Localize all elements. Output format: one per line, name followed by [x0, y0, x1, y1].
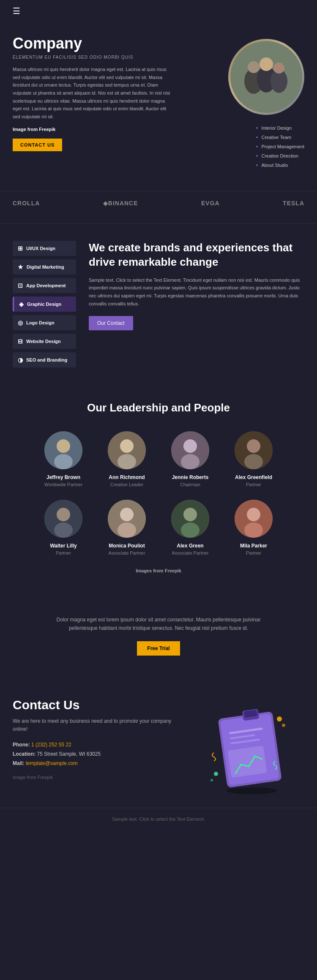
contact-location: Location: 75 Street Sample, WI 63025	[13, 751, 183, 757]
contact-phone: Phone: 1 (232) 252 55 22	[13, 742, 183, 748]
brand-logo: TESLA	[283, 200, 304, 207]
member-name: Monica Pouliot	[109, 543, 145, 549]
service-icon: ◈	[19, 301, 24, 308]
member-avatar	[44, 500, 82, 538]
svg-point-15	[183, 439, 197, 453]
hero-list-item: About Studio	[256, 161, 304, 170]
svg-point-31	[244, 523, 263, 538]
member-name: Alex Green	[177, 543, 203, 549]
services-menu: ⊞UI/UX Design★Digital Marketing⊡App Deve…	[13, 241, 76, 368]
contact-illustration	[191, 698, 304, 795]
service-menu-button[interactable]: ⊞UI/UX Design	[13, 241, 76, 256]
service-label: Digital Marketing	[27, 264, 64, 270]
brand-logo: ◆BINANCE	[103, 200, 138, 207]
service-icon: ◑	[18, 357, 23, 363]
hero-list-item: Creative Direction	[256, 151, 304, 161]
svg-point-10	[54, 454, 73, 469]
team-member: Alex Green Associate Partner	[163, 500, 218, 555]
svg-point-9	[57, 439, 70, 453]
free-trial-button[interactable]: Free Trial	[137, 641, 180, 656]
team-member: Ann Richmond Creative Leader	[99, 431, 154, 487]
member-name: Ann Richmond	[109, 474, 145, 480]
hero-list-item: Project Management	[256, 142, 304, 151]
member-role: Partner	[246, 482, 261, 487]
leadership-section: Our Leadership and People Jeffrey Brown …	[0, 384, 317, 590]
service-menu-button[interactable]: ◎Logo Design	[13, 315, 76, 330]
contact-title: Contact Us	[13, 698, 183, 712]
member-name: Jeffrey Brown	[46, 474, 80, 480]
member-name: Alex Greenfield	[235, 474, 272, 480]
team-member: Jeffrey Brown Worldwide Partner	[36, 431, 91, 487]
team-member: Alex Greenfield Partner	[226, 431, 281, 487]
svg-point-16	[181, 454, 199, 469]
svg-point-22	[54, 523, 73, 538]
hero-list-item: Creative Team	[256, 133, 304, 142]
service-menu-button[interactable]: ★Digital Marketing	[13, 259, 76, 275]
brands-section: CROLLA◆BINANCEEVGATESLA	[0, 191, 317, 224]
svg-point-25	[118, 523, 136, 538]
member-name: Jennie Roberts	[172, 474, 209, 480]
hero-content-right: Interior DesignCreative TeamProject Mana…	[183, 35, 304, 170]
svg-point-27	[183, 508, 197, 521]
service-label: App Development	[26, 283, 66, 288]
member-avatar	[171, 500, 209, 538]
member-avatar	[171, 431, 209, 469]
member-role: Worldwide Partner	[44, 482, 82, 487]
member-role: Partner	[246, 550, 261, 555]
hero-list: Interior DesignCreative TeamProject Mana…	[256, 123, 304, 170]
member-name: Mila Parker	[240, 543, 267, 549]
service-menu-button[interactable]: ◑SEO and Branding	[13, 352, 76, 368]
svg-point-12	[120, 439, 134, 453]
hero-list-item: Interior Design	[256, 123, 304, 133]
services-content: We create brands and experiences that dr…	[89, 241, 304, 368]
hero-subtitle: ELEMENTUM EU FACILISIS SED ODIO MORBI QU…	[13, 55, 175, 60]
svg-point-28	[181, 523, 199, 538]
member-avatar	[108, 431, 146, 469]
brand-logo: EVGA	[201, 200, 220, 207]
service-menu-button[interactable]: ⊟Website Design	[13, 334, 76, 349]
svg-point-44	[210, 779, 213, 781]
team-member: Mila Parker Partner	[226, 500, 281, 555]
member-name: Walter Lilly	[50, 543, 77, 549]
member-avatar	[235, 431, 273, 469]
service-menu-button[interactable]: ⊡App Development	[13, 278, 76, 293]
svg-point-13	[118, 454, 136, 469]
hero-image	[228, 39, 304, 115]
our-contact-button[interactable]: Our Contact	[89, 316, 133, 330]
contact-us-button[interactable]: CONTACT US	[13, 139, 62, 151]
service-icon: ◎	[18, 319, 23, 326]
contact-info: Contact Us We are here to meet any busin…	[13, 698, 183, 780]
service-label: UI/UX Design	[26, 246, 55, 251]
member-role: Chairman	[180, 482, 200, 487]
services-body-text: Sample text. Click to select the Text El…	[89, 276, 304, 308]
service-icon: ⊡	[18, 282, 23, 289]
hero-image-credit: Image from Freepik	[13, 127, 175, 132]
services-title: We create brands and experiences that dr…	[89, 241, 304, 270]
svg-point-43	[214, 772, 218, 776]
services-section: ⊞UI/UX Design★Digital Marketing⊡App Deve…	[0, 224, 317, 384]
cta-text: Dolor magna eget est lorem ipsum dolor s…	[51, 615, 266, 633]
svg-point-19	[244, 454, 263, 469]
member-avatar	[44, 431, 82, 469]
hamburger-icon[interactable]: ☰	[13, 6, 20, 16]
member-role: Associate Partner	[172, 550, 209, 555]
team-grid: Jeffrey Brown Worldwide Partner Ann Rich…	[13, 431, 304, 555]
service-menu-button[interactable]: ◈Graphic Design	[13, 297, 76, 312]
svg-point-32	[227, 787, 277, 794]
svg-rect-40	[228, 746, 267, 778]
service-label: Logo Design	[26, 320, 55, 325]
member-role: Associate Partner	[109, 550, 145, 555]
svg-point-42	[282, 724, 285, 727]
contact-section: Contact Us We are here to meet any busin…	[0, 681, 317, 808]
svg-point-30	[247, 508, 260, 521]
service-icon: ⊟	[18, 338, 23, 345]
leadership-title: Our Leadership and People	[13, 401, 304, 414]
footer: Sample text. Click to select the Text El…	[0, 808, 317, 830]
clipboard-svg	[205, 698, 290, 795]
hero-section: Company ELEMENTUM EU FACILISIS SED ODIO …	[0, 22, 317, 191]
hero-title: Company	[13, 35, 175, 52]
hero-body-text: Massa ultrices mi quis hendrerit dolor m…	[13, 65, 175, 121]
member-role: Creative Leader	[110, 482, 143, 487]
member-avatar	[235, 500, 273, 538]
contact-description: We are here to meet any business need an…	[13, 717, 183, 733]
